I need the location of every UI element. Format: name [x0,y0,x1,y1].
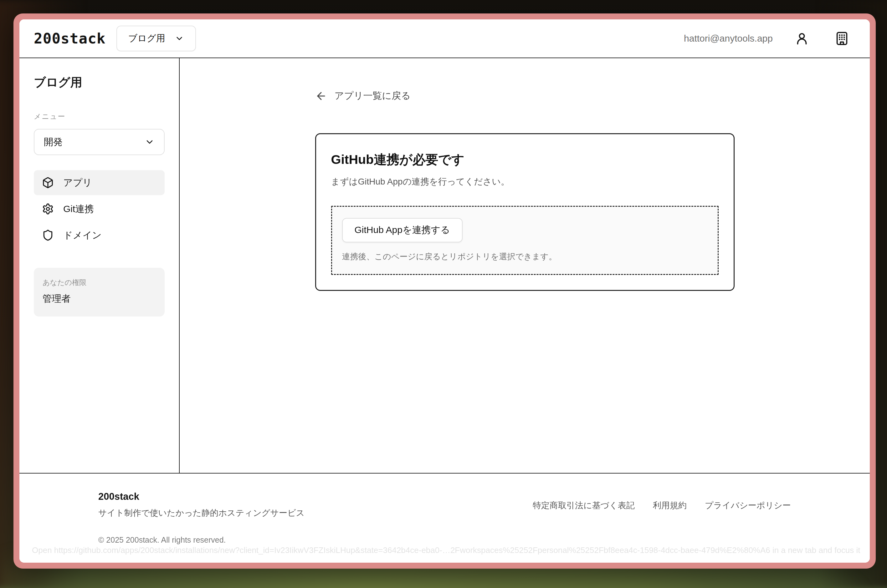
sidebar-nav: アプリ Git連携 [34,170,165,248]
connect-note: 連携後、このページに戻るとリポジトリを選択できます。 [342,251,708,262]
sidebar: ブログ用 メニュー 開発 [20,58,180,473]
back-to-apps-link[interactable]: アプリ一覧に戻る [315,90,411,102]
connect-dropzone: GitHub Appを連携する 連携後、このページに戻るとリポジトリを選択できま… [331,206,719,275]
github-connect-card: GitHub連携が必要です まずはGitHub Appの連携を行ってください。 … [315,133,735,291]
workspace-title: ブログ用 [34,75,165,90]
user-menu-button[interactable] [791,27,813,50]
brand-logo[interactable]: 200stack [34,30,106,47]
main-content: アプリ一覧に戻る GitHub連携が必要です まずはGitHub Appの連携を… [180,58,870,473]
footer-link-terms[interactable]: 利用規約 [653,500,687,511]
status-hint-text: Open https://github.com/apps/200stack/in… [32,546,865,555]
footer-tagline: サイト制作で使いたかった静的ホスティングサービス [98,507,305,519]
back-link-label: アプリ一覧に戻る [335,90,411,102]
app-footer: 200stack サイト制作で使いたかった静的ホスティングサービス 特定商取引法… [20,473,870,562]
footer-links: 特定商取引法に基づく表記 利用規約 プライバシーポリシー [533,500,791,511]
content-row: ブログ用 メニュー 開発 [20,58,870,473]
user-icon [795,31,809,46]
footer-link-tokushoho[interactable]: 特定商取引法に基づく表記 [533,500,635,511]
environment-select[interactable]: 開発 [34,129,165,155]
package-icon [42,177,54,189]
sidebar-item-apps[interactable]: アプリ [34,170,165,195]
environment-select-value: 開発 [44,136,63,148]
arrow-left-icon [315,90,327,102]
sidebar-item-domain[interactable]: ドメイン [34,223,165,248]
workspace-switcher-button[interactable]: ブログ用 [116,26,196,51]
sidebar-item-label: アプリ [63,176,92,189]
footer-link-privacy[interactable]: プライバシーポリシー [705,500,791,511]
gear-icon [42,203,54,215]
building-icon [835,31,849,46]
menu-section-label: メニュー [34,112,165,122]
sidebar-item-label: Git連携 [63,202,94,216]
connect-github-app-button[interactable]: GitHub Appを連携する [342,218,463,242]
card-title: GitHub連携が必要です [331,151,719,168]
user-email: hattori@anytools.app [684,33,773,44]
chevron-down-icon [174,34,184,43]
chevron-down-icon [144,137,155,147]
main-column: アプリ一覧に戻る GitHub連携が必要です まずはGitHub Appの連携を… [315,90,735,291]
card-subtitle: まずはGitHub Appの連携を行ってください。 [331,176,719,188]
app-page: 200stack ブログ用 hattori@anytools.app [20,20,870,562]
sidebar-item-label: ドメイン [63,229,102,242]
workspace-switcher-label: ブログ用 [128,32,165,45]
browser-window-frame: 200stack ブログ用 hattori@anytools.app [14,14,876,568]
permission-value: 管理者 [42,292,156,305]
header-right-group: hattori@anytools.app [684,27,853,50]
organization-button[interactable] [831,27,853,50]
app-header: 200stack ブログ用 hattori@anytools.app [20,20,870,58]
footer-brand: 200stack [98,491,139,502]
footer-copyright: © 2025 200stack. All rights reserved. [98,536,226,544]
permission-label: あなたの権限 [42,278,156,287]
permission-box: あなたの権限 管理者 [34,268,165,316]
sidebar-item-git[interactable]: Git連携 [34,196,165,222]
shield-icon [42,229,54,241]
